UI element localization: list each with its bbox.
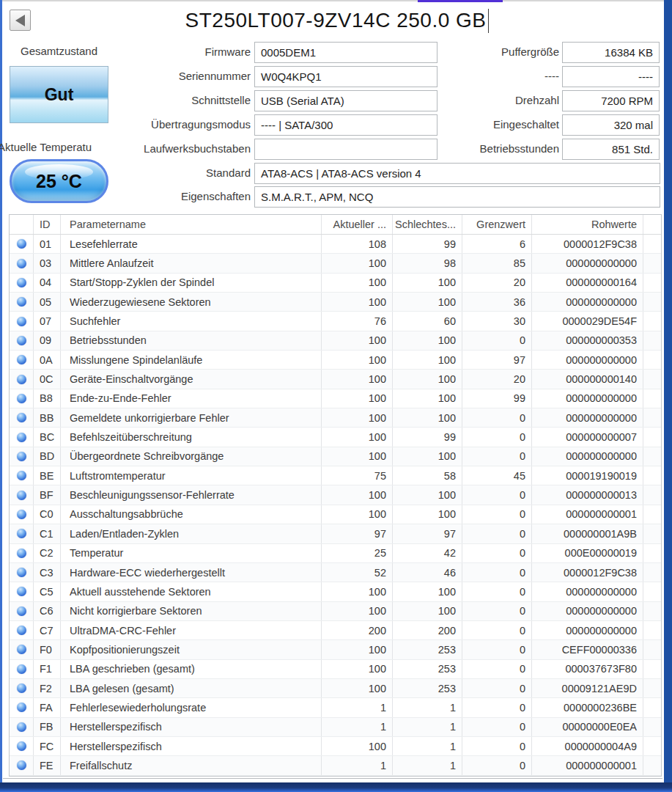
cell-schlechtester: 99 <box>393 428 462 446</box>
cell-id: C1 <box>34 524 61 543</box>
cell-schlechtester: 100 <box>393 389 462 408</box>
cell-grenzwert: 97 <box>462 351 532 369</box>
table-row[interactable]: F0Kopfpositionierungszeit1002530CEFF0000… <box>10 640 661 659</box>
cell-rohwerte: 000000000164 <box>532 274 643 292</box>
cell-filler <box>643 312 661 330</box>
cell-id: 05 <box>34 293 61 311</box>
status-dot-icon <box>17 336 26 345</box>
cell-grenzwert: 0 <box>462 679 532 697</box>
cell-status <box>10 466 34 485</box>
cell-status <box>10 235 34 253</box>
cell-aktueller: 100 <box>322 428 393 446</box>
table-row[interactable]: BELuftstromtemperatur755845000019190019 <box>10 466 661 485</box>
table-row[interactable]: FEFreifallschutz110000000000001 <box>10 756 661 775</box>
cell-filler <box>643 389 661 408</box>
cell-grenzwert: 0 <box>462 756 532 774</box>
window-top-edge <box>0 0 672 1</box>
cell-status <box>10 544 34 562</box>
cell-parametername: Beschleunigungssensor-Fehlerrate <box>61 485 322 504</box>
header-parametername[interactable]: Parametername <box>61 215 322 234</box>
field-label-eingeschaltet: Eingeschaltet <box>432 114 559 135</box>
table-row[interactable]: C5Aktuell ausstehende Sektoren1001000000… <box>10 582 661 601</box>
cell-filler <box>643 524 661 543</box>
header-schlechtester[interactable]: Schlechtes... <box>393 215 462 234</box>
table-row[interactable]: 07Suchfehler7660300000029DE54F <box>10 312 661 331</box>
cell-grenzwert: 0 <box>462 428 532 446</box>
status-dot-icon <box>17 278 26 287</box>
table-row[interactable]: B8Ende-zu-Ende-Fehler1001009900000000000… <box>10 389 661 408</box>
table-row[interactable]: C3Hardware-ECC wiederhergestellt52460000… <box>10 563 661 582</box>
table-row[interactable]: BCBefehlszeitüberschreitung1009900000000… <box>10 428 661 447</box>
cell-filler <box>643 408 661 427</box>
table-row[interactable]: BDÜbergeordnete Schreibvorgänge100100000… <box>10 447 661 466</box>
cell-parametername: Herstellerspezifisch <box>61 737 322 755</box>
cell-id: C0 <box>34 505 61 524</box>
cell-schlechtester: 1 <box>393 756 462 774</box>
table-row[interactable]: 03Mittlere Anlaufzeit1009885000000000000 <box>10 254 661 273</box>
header-rohwerte[interactable]: Rohwerte <box>532 215 643 234</box>
cell-aktueller: 76 <box>322 312 393 330</box>
table-row[interactable]: F2LBA gelesen (gesamt)100253000009121AE9… <box>10 679 661 698</box>
cell-id: C3 <box>34 563 61 582</box>
status-dot-icon <box>17 549 26 558</box>
cell-status <box>10 293 34 311</box>
table-row[interactable]: 0AMisslungene Spindelanläufe100100970000… <box>10 351 661 370</box>
header-aktueller[interactable]: Aktueller ... <box>322 215 393 234</box>
cell-filler <box>643 582 661 601</box>
cell-aktueller: 100 <box>322 274 393 292</box>
cell-filler <box>643 544 661 562</box>
cell-parametername: Freifallschutz <box>61 756 322 774</box>
cell-aktueller: 52 <box>322 563 393 582</box>
table-row[interactable]: C6Nicht korrigierbare Sektoren1001000000… <box>10 602 661 621</box>
back-button[interactable] <box>10 10 31 31</box>
cell-parametername: LBA gelesen (gesamt) <box>61 679 322 697</box>
status-dot-icon <box>17 606 26 616</box>
status-dot-icon <box>17 355 26 364</box>
cell-parametername: Wiederzugewiesene Sektoren <box>61 293 322 311</box>
table-row[interactable]: BBGemeldete unkorrigierbare Fehler100100… <box>10 408 661 428</box>
table-row[interactable]: 05Wiederzugewiesene Sektoren100100360000… <box>10 293 661 312</box>
table-row[interactable]: C7UltraDMA-CRC-Fehler2002000000000000000 <box>10 621 661 640</box>
header-id[interactable]: ID <box>34 215 61 234</box>
table-row[interactable]: 09Betriebsstunden1001000000000000353 <box>10 331 661 351</box>
cell-parametername: Geräte-Einschaltvorgänge <box>61 370 322 388</box>
cell-grenzwert: 0 <box>462 698 532 716</box>
status-dot-icon <box>17 587 26 596</box>
cell-id: 07 <box>34 312 61 330</box>
cell-rohwerte: 0000012F9C38 <box>532 563 643 582</box>
cell-grenzwert: 0 <box>462 544 532 562</box>
status-dot-icon <box>17 413 26 422</box>
field-label-seriennummer: Seriennummer <box>70 66 251 87</box>
table-row[interactable]: C1Laden/Entladen-Zyklen97970000000001A9B <box>10 524 661 543</box>
cell-status <box>10 312 34 330</box>
field-label-laufwerksbuchstaben: Laufwerksbuchstaben <box>70 139 251 159</box>
table-row[interactable]: 0CGeräte-Einschaltvorgänge10010020000000… <box>10 370 661 389</box>
table-row[interactable]: FAFehlerlesewiederholungsrate11000000002… <box>10 698 661 717</box>
cell-rohwerte: 0000000004A9 <box>532 737 643 755</box>
cell-parametername: Aktuell ausstehende Sektoren <box>61 582 322 601</box>
cell-grenzwert: 0 <box>462 718 532 736</box>
table-row[interactable]: F1LBA geschrieben (gesamt)10025300000376… <box>10 660 661 679</box>
table-row[interactable]: C0Ausschaltungsabbrüche10010000000000000… <box>10 505 661 524</box>
table-row[interactable]: BFBeschleunigungssensor-Fehlerrate100100… <box>10 485 661 505</box>
table-row[interactable]: FBHerstellerspezifisch11000000000E0EA <box>10 718 661 737</box>
cell-schlechtester: 100 <box>393 582 462 601</box>
field-label-schnittstelle: Schnittstelle <box>70 90 251 111</box>
table-row[interactable]: FCHerstellerspezifisch100100000000004A9 <box>10 737 661 756</box>
field-value-eigenschaften: S.M.A.R.T., APM, NCQ <box>254 186 660 208</box>
cell-parametername: Betriebsstunden <box>61 331 322 350</box>
cell-filler <box>643 602 661 620</box>
cell-status <box>10 756 34 774</box>
cell-grenzwert: 0 <box>462 505 532 524</box>
header-grenzwert[interactable]: Grenzwert <box>462 215 532 234</box>
table-row[interactable]: 01Lesefehlerrate1089960000012F9C38 <box>10 235 661 254</box>
cell-rohwerte: 0000000236BE <box>532 698 643 716</box>
cell-schlechtester: 1 <box>393 737 462 755</box>
page-title: ST250LT007-9ZV14C 250.0 GB <box>44 6 630 35</box>
cell-grenzwert: 0 <box>462 640 532 659</box>
table-row[interactable]: 04Start/Stopp-Zyklen der Spindel10010020… <box>10 274 661 293</box>
cell-filler <box>643 447 661 466</box>
cell-schlechtester: 46 <box>393 563 462 582</box>
table-row[interactable]: C2Temperatur25420000E00000019 <box>10 544 661 563</box>
cell-grenzwert: 0 <box>462 602 532 620</box>
